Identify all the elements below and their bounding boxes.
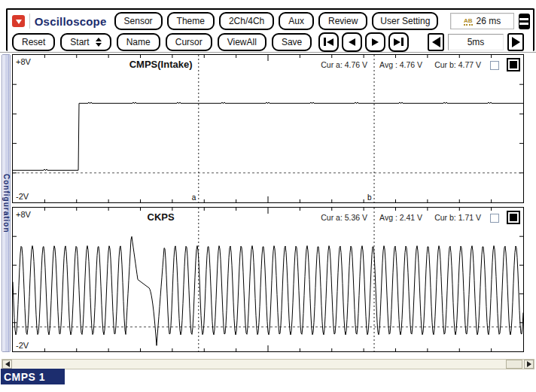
toolbar-row-1: Oscilloscope Sensor Theme 2Ch/4Ch Aux Re… (8, 10, 533, 31)
skip-end-icon (401, 38, 404, 46)
channel-color-button[interactable] (507, 211, 520, 224)
ab-time-value: 26 ms (477, 16, 501, 26)
divider (29, 14, 30, 29)
timebase-control: 5ms (428, 33, 524, 51)
cursor-stats: Cur a: 5.36 V Avg : 2.41 V Cur b: 1.71 V (321, 213, 481, 222)
left-arrow-icon (432, 37, 440, 47)
ab-time-display: AB 26 ms (450, 13, 514, 29)
svg-text:a: a (192, 193, 196, 202)
plot-area-cmps[interactable]: ab (13, 55, 523, 202)
skip-start-button[interactable] (318, 32, 339, 52)
menu-bar (519, 18, 528, 20)
viewall-button[interactable]: ViewAll (218, 33, 266, 51)
page-title: Oscilloscope (35, 15, 107, 28)
timebase-increase-button[interactable] (507, 33, 524, 51)
toolbar: Oscilloscope Sensor Theme 2Ch/4Ch Aux Re… (6, 8, 534, 51)
cursor-button[interactable]: Cursor (166, 33, 212, 51)
channel-mode-button[interactable]: 2Ch/4Ch (219, 12, 274, 30)
scrollbar-thumb[interactable] (506, 360, 522, 369)
scroll-right-button[interactable] (524, 360, 534, 369)
scope-area: Configuration ab +8V -2V CMPS(Intake) Cu… (0, 54, 536, 354)
black-square-icon (510, 214, 517, 221)
svg-text:b: b (367, 193, 372, 202)
oscilloscope-window: Oscilloscope Sensor Theme 2Ch/4Ch Aux Re… (0, 0, 536, 392)
save-button[interactable]: Save (272, 33, 312, 51)
y-min-label: -2V (16, 192, 29, 201)
spinner-icon (96, 38, 102, 47)
stat-cur-a: Cur a: 5.36 V (321, 213, 367, 222)
sensor-button[interactable]: Sensor (114, 12, 163, 30)
aux-button[interactable]: Aux (279, 12, 314, 30)
skip-start-icon (324, 38, 326, 46)
channel-checkbox[interactable] (490, 214, 499, 223)
left-triangle-icon (327, 38, 333, 46)
y-max-label: +8V (16, 210, 31, 219)
cursor-stats: Cur a: 4.76 V Avg : 4.76 V Cur b: 4.77 V (321, 60, 481, 69)
channel-color-button[interactable] (507, 58, 520, 71)
channel-title: CMPS(Intake) (129, 59, 193, 70)
user-setting-button[interactable]: User Setting (372, 12, 438, 30)
horizontal-scrollbar[interactable] (2, 359, 534, 369)
timebase-value: 5ms (448, 34, 504, 50)
timebase-decrease-button[interactable] (428, 33, 444, 51)
step-back-button[interactable] (342, 32, 362, 52)
stat-avg: Avg : 4.76 V (379, 60, 422, 69)
name-button[interactable]: Name (117, 33, 160, 51)
a-b-interval-icon: AB (464, 17, 473, 26)
plot-area-ckps[interactable] (13, 208, 523, 351)
play-button[interactable] (365, 32, 385, 52)
scroll-left-icon (5, 361, 10, 367)
scroll-left-button[interactable] (2, 360, 12, 369)
step-back-icon (349, 38, 355, 46)
skip-end-button[interactable] (388, 32, 409, 52)
scope-panel-cmps: ab +8V -2V CMPS(Intake) Cur a: 4.76 V Av… (12, 54, 524, 203)
stat-cur-b: Cur b: 1.71 V (434, 213, 481, 222)
menu-bar (519, 23, 528, 25)
app-icon[interactable] (12, 15, 25, 27)
menu-icon[interactable] (519, 14, 530, 29)
scroll-right-icon (527, 361, 531, 367)
right-arrow-icon (512, 37, 520, 47)
stat-cur-a: Cur a: 4.76 V (321, 60, 367, 69)
configuration-sidebar[interactable]: Configuration (2, 54, 11, 352)
theme-button[interactable]: Theme (167, 12, 215, 30)
y-min-label: -2V (16, 341, 29, 350)
stat-cur-b: Cur b: 4.77 V (434, 60, 481, 69)
channel-badge: CMPS 1 (1, 369, 65, 384)
channel-title: CKPS (148, 211, 175, 223)
stat-avg: Avg : 2.41 V (379, 213, 422, 222)
start-button[interactable]: Start (60, 33, 111, 51)
playback-controls (318, 32, 409, 52)
triangle-down-icon (16, 20, 22, 24)
toolbar-separator (0, 52, 536, 53)
review-button[interactable]: Review (318, 12, 367, 30)
configuration-label: Configuration (2, 174, 11, 233)
reset-button[interactable]: Reset (12, 33, 55, 51)
right-triangle-icon (394, 38, 400, 46)
play-icon (372, 38, 379, 46)
scope-panel-ckps: +8V -2V CKPS Cur a: 5.36 V Avg : 2.41 V … (12, 207, 524, 352)
start-button-label: Start (70, 37, 89, 47)
y-max-label: +8V (16, 57, 31, 66)
toolbar-row-2: Reset Start Name Cursor ViewAll Save 5ms (8, 31, 533, 53)
channel-checkbox[interactable] (490, 61, 499, 70)
black-square-icon (510, 61, 517, 68)
